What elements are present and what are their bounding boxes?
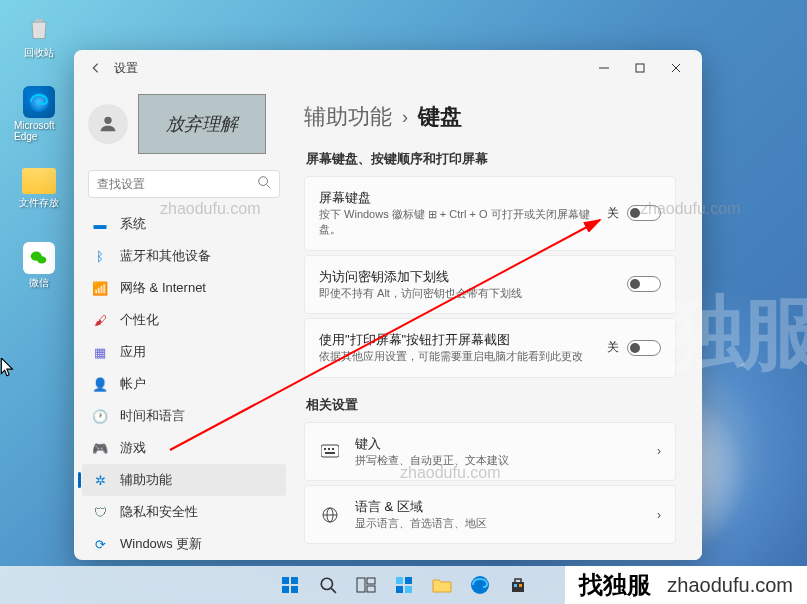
chevron-right-icon: ›: [402, 107, 408, 128]
svg-rect-4: [636, 64, 644, 72]
search-icon: [257, 175, 271, 193]
nav-network[interactable]: 📶网络 & Internet: [82, 272, 286, 304]
window-title: 设置: [114, 60, 138, 77]
nav-privacy[interactable]: 🛡隐私和安全性: [82, 496, 286, 528]
minimize-button[interactable]: [586, 54, 622, 82]
close-button[interactable]: [658, 54, 694, 82]
gaming-icon: 🎮: [92, 440, 108, 456]
folder-icon: [22, 168, 56, 194]
svg-rect-9: [324, 448, 326, 450]
desktop-icon-label: 文件存放: [19, 196, 59, 210]
edge-icon: [23, 86, 55, 118]
nav-bluetooth[interactable]: ᛒ蓝牙和其他设备: [82, 240, 286, 272]
banner-brand: 找独服: [579, 569, 651, 601]
desktop-icon-label: Microsoft Edge: [14, 120, 64, 142]
card-desc: 按下 Windows 徽标键 ⊞ + Ctrl + O 可打开或关闭屏幕键盘。: [319, 207, 593, 238]
nav-accounts[interactable]: 👤帐户: [82, 368, 286, 400]
desktop-icon-edge[interactable]: Microsoft Edge: [14, 86, 64, 142]
back-button[interactable]: [82, 54, 110, 82]
chevron-right-icon: ›: [657, 444, 661, 458]
desktop-icon-folder[interactable]: 文件存放: [14, 168, 64, 210]
nav-update[interactable]: ⟳Windows 更新: [82, 528, 286, 560]
time-icon: 🕐: [92, 408, 108, 424]
breadcrumb-current: 键盘: [418, 102, 462, 132]
desktop-icon-label: 回收站: [24, 46, 54, 60]
bottom-banner: 找独服 zhaodufu.com: [565, 566, 807, 604]
accessibility-icon: ✲: [92, 472, 108, 488]
user-section[interactable]: 放弃理解: [74, 90, 294, 162]
svg-rect-29: [405, 586, 412, 593]
card-desc: 即使不持有 Alt，访问密钥也会带有下划线: [319, 286, 613, 301]
bluetooth-icon: ᛒ: [92, 248, 108, 264]
svg-rect-17: [282, 577, 289, 584]
nav-system[interactable]: ▬系统: [82, 208, 286, 240]
svg-rect-18: [291, 577, 298, 584]
nav-personalize[interactable]: 🖌个性化: [82, 304, 286, 336]
breadcrumb-parent[interactable]: 辅助功能: [304, 102, 392, 132]
taskbar-explorer[interactable]: [426, 569, 458, 601]
nav-label: 辅助功能: [120, 471, 172, 489]
desktop-icon-wechat[interactable]: 微信: [14, 242, 64, 290]
taskbar-search[interactable]: [312, 569, 344, 601]
maximize-button[interactable]: [622, 54, 658, 82]
svg-rect-32: [519, 584, 522, 587]
background-watermark: 独服: [665, 280, 807, 388]
svg-rect-24: [367, 578, 375, 584]
nav-label: 隐私和安全性: [120, 503, 198, 521]
taskbar-taskview[interactable]: [350, 569, 382, 601]
chevron-right-icon: ›: [657, 508, 661, 522]
start-button[interactable]: [274, 569, 306, 601]
globe-icon: [319, 507, 341, 523]
network-icon: 📶: [92, 280, 108, 296]
sidebar: 放弃理解 ▬系统 ᛒ蓝牙和其他设备 📶网络 & Internet 🖌个性化 ▦应…: [74, 86, 294, 560]
taskbar-edge[interactable]: [464, 569, 496, 601]
nav-label: 应用: [120, 343, 146, 361]
search-box[interactable]: [88, 170, 280, 198]
card-desc: 拼写检查、自动更正、文本建议: [355, 453, 643, 468]
nav-gaming[interactable]: 🎮游戏: [82, 432, 286, 464]
toggle-switch[interactable]: [627, 276, 661, 292]
nav-apps[interactable]: ▦应用: [82, 336, 286, 368]
desktop-icon-label: 微信: [29, 276, 49, 290]
setting-print-screen[interactable]: 使用"打印屏幕"按钮打开屏幕截图 依据其他应用设置，可能需要重启电脑才能看到此更…: [304, 318, 676, 377]
nav-time[interactable]: 🕐时间和语言: [82, 400, 286, 432]
taskbar-store[interactable]: [502, 569, 534, 601]
nav-label: 帐户: [120, 375, 146, 393]
svg-line-7: [267, 185, 271, 189]
card-title: 使用"打印屏幕"按钮打开屏幕截图: [319, 331, 593, 349]
settings-window: 设置 放弃理解 ▬系统 ᛒ蓝牙和其他设备 📶网络 & Internet 🖌个性化…: [74, 50, 702, 560]
svg-rect-28: [396, 586, 403, 593]
toggle-switch[interactable]: [627, 340, 661, 356]
toggle-switch[interactable]: [627, 205, 661, 221]
taskbar-widgets[interactable]: [388, 569, 420, 601]
card-title: 语言 & 区域: [355, 498, 643, 516]
svg-rect-23: [357, 578, 365, 592]
desktop-icon-recycle-bin[interactable]: 回收站: [14, 12, 64, 60]
svg-rect-10: [328, 448, 330, 450]
related-language[interactable]: 语言 & 区域 显示语言、首选语言、地区 ›: [304, 485, 676, 544]
related-typing[interactable]: 键入 拼写检查、自动更正、文本建议 ›: [304, 422, 676, 481]
search-input[interactable]: [97, 177, 257, 191]
svg-point-5: [104, 117, 111, 124]
card-desc: 显示语言、首选语言、地区: [355, 516, 643, 531]
setting-underline-access-keys[interactable]: 为访问密钥添加下划线 即使不持有 Alt，访问密钥也会带有下划线: [304, 255, 676, 314]
nav-label: 时间和语言: [120, 407, 185, 425]
main-content: 辅助功能 › 键盘 屏幕键盘、按键顺序和打印屏幕 屏幕键盘 按下 Windows…: [294, 86, 702, 560]
nav-label: 网络 & Internet: [120, 279, 206, 297]
svg-rect-27: [405, 577, 412, 584]
personalize-icon: 🖌: [92, 312, 108, 328]
card-title: 屏幕键盘: [319, 189, 593, 207]
toggle-state-label: 关: [607, 205, 619, 222]
svg-point-6: [259, 177, 268, 186]
nav-accessibility[interactable]: ✲辅助功能: [82, 464, 286, 496]
svg-rect-12: [325, 452, 335, 454]
svg-rect-20: [291, 586, 298, 593]
privacy-icon: 🛡: [92, 504, 108, 520]
avatar: [88, 104, 128, 144]
apps-icon: ▦: [92, 344, 108, 360]
update-icon: ⟳: [92, 536, 108, 552]
setting-onscreen-keyboard[interactable]: 屏幕键盘 按下 Windows 徽标键 ⊞ + Ctrl + O 可打开或关闭屏…: [304, 176, 676, 251]
banner-url: zhaodufu.com: [667, 574, 793, 597]
nav-label: Windows 更新: [120, 535, 202, 553]
svg-rect-11: [332, 448, 334, 450]
